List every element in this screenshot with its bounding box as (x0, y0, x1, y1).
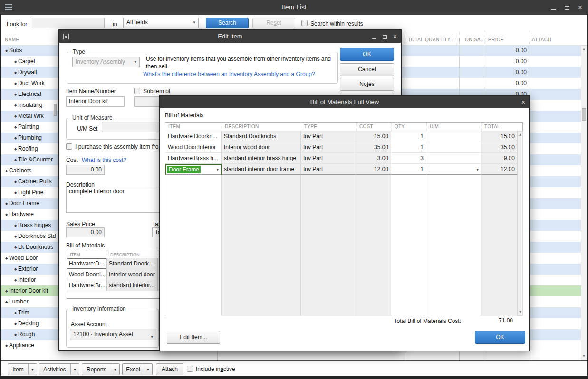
um-set-input[interactable] (102, 122, 167, 132)
sidebar-scrollbar-thumb[interactable] (54, 104, 57, 116)
item-name: Wood Door (9, 255, 38, 261)
list-scrollbar-thumb[interactable] (582, 108, 586, 121)
minimize-icon[interactable] (372, 32, 376, 41)
close-icon[interactable]: × (578, 4, 582, 11)
cost-input[interactable]: 0.00 (66, 165, 105, 175)
type-legend: Type (71, 48, 87, 55)
diamond-icon: ◆ (5, 49, 8, 53)
search-within-results-label: Search within results (310, 20, 363, 27)
item-name: Insulating (18, 102, 42, 108)
diamond-icon: ◆ (14, 267, 17, 271)
bom-cell: 1 (391, 131, 426, 142)
attach-button[interactable]: Attach (156, 363, 183, 375)
scroll-down-icon[interactable]: ▼ (518, 309, 522, 315)
maximize-icon[interactable] (383, 32, 387, 41)
description-textarea[interactable]: complete Interior door (66, 187, 163, 213)
bom-cell: Hardware:Brass h... (165, 153, 222, 164)
diamond-icon: ◆ (5, 202, 8, 206)
column-fill (356, 175, 391, 316)
bom-description-header: DESCRIPTION (222, 123, 301, 131)
mini-bom-cell: Hardware:Br... (67, 280, 107, 291)
scroll-up-icon[interactable]: ▲ (581, 46, 587, 53)
search-button[interactable]: Search (206, 18, 249, 28)
item-menu-button[interactable]: Item ▾ (8, 363, 37, 375)
diamond-icon: ◆ (14, 136, 17, 140)
bom-cell: Inv Part (301, 142, 356, 153)
bom-cell: 1 (391, 164, 426, 175)
notes-button[interactable]: Notes (340, 78, 394, 91)
ok-button[interactable]: OK (475, 331, 525, 344)
cancel-button[interactable]: Cancel (340, 63, 394, 76)
bom-cell: Interior wood door (222, 142, 301, 153)
bom-cell: 3 (391, 153, 426, 164)
excel-menu-button[interactable]: Excel ▾ (122, 363, 153, 375)
scroll-down-icon[interactable]: ▼ (581, 353, 587, 360)
sales-price-input[interactable]: 0.00 (66, 227, 105, 237)
diamond-icon: ◆ (14, 278, 17, 282)
reset-button[interactable]: Reset (252, 18, 295, 28)
diamond-icon: ◆ (14, 147, 17, 151)
item-name: Door Frame (9, 200, 39, 207)
diamond-icon: ◆ (14, 191, 17, 195)
diamond-icon: ◆ (5, 300, 8, 304)
edit-item-button[interactable]: Edit Item... (167, 331, 220, 344)
assembly-group-help-link[interactable]: What's the difference between an Invento… (143, 71, 315, 77)
purchase-assembly-checkbox[interactable] (66, 143, 72, 150)
price-column-header[interactable]: PRICE (488, 37, 504, 42)
diamond-icon: ◆ (14, 322, 17, 326)
in-label: in (113, 21, 117, 28)
window-titlebar: Item List × (0, 0, 588, 15)
scroll-up-icon[interactable]: ▲ (518, 132, 522, 138)
item-name: Trim (18, 309, 29, 316)
on-sales-order-column-header[interactable]: ON SA... (465, 37, 485, 42)
activities-menu-button[interactable]: Activities ▾ (39, 363, 79, 375)
item-name: Roofing (18, 145, 38, 152)
maximize-icon[interactable] (565, 3, 569, 12)
item-name: Interior Door kit (9, 287, 48, 294)
attach-column-header[interactable]: ATTACH (532, 37, 551, 42)
subitem-label: Subitem of (143, 88, 170, 95)
diamond-icon: ◆ (14, 125, 17, 129)
list-scrollbar[interactable]: ▲ ▼ (581, 45, 587, 360)
um-set-label: U/M Set (77, 125, 97, 132)
chevron-down-icon: ▾ (144, 364, 152, 375)
close-icon[interactable]: × (393, 33, 397, 40)
diamond-icon: ◆ (14, 104, 17, 107)
column-separator (405, 33, 405, 44)
search-field-select[interactable]: All fields ▾ (123, 18, 199, 28)
cost-help-link[interactable]: What is this cost? (82, 157, 126, 163)
type-select[interactable]: Inventory Assembly ▾ (72, 57, 140, 67)
diamond-icon: ◆ (14, 114, 17, 118)
search-within-results-checkbox[interactable] (301, 20, 308, 26)
item-name: Exterior (18, 265, 38, 272)
bom-cell: standard interior brass hinge (222, 153, 301, 164)
name-column-header[interactable]: NAME (5, 37, 19, 42)
bom-cell (426, 153, 481, 164)
item-name: Plumbing (18, 134, 42, 141)
bom-cell: 35.00 (481, 142, 518, 153)
bom-item-combo[interactable]: Door Frame▾ (165, 164, 222, 175)
search-input[interactable] (32, 18, 105, 28)
minimize-icon[interactable] (551, 3, 556, 12)
include-inactive-checkbox[interactable] (187, 366, 193, 372)
diamond-icon: ◆ (5, 256, 8, 260)
total-quantity-column-header[interactable]: TOTAL QUANTITY ... (408, 37, 456, 42)
bom-cell: 15.00 (356, 131, 391, 142)
diamond-icon: ◆ (14, 333, 17, 337)
ok-button[interactable]: OK (340, 48, 394, 61)
column-separator (459, 33, 460, 44)
column-fill (301, 175, 356, 316)
bom-um-combo[interactable]: ▾ (426, 164, 481, 175)
asset-account-select[interactable]: 12100 · Inventory Asset ▾ (70, 329, 156, 340)
bom-item-combo-value: Door Frame (167, 166, 201, 173)
item-name-input[interactable]: Interior Door kit (66, 96, 125, 107)
bom-item-header: ITEM (165, 123, 222, 131)
close-icon[interactable]: × (521, 98, 525, 106)
item-name: Rough (18, 331, 35, 338)
edit-item-titlebar: Edit Item × (59, 30, 401, 43)
item-price: 0.00 (516, 80, 527, 86)
bom-scrollbar[interactable]: ▲ ▼ (518, 131, 523, 316)
reports-menu-button[interactable]: Reports ▾ (82, 363, 120, 375)
column-fill (165, 175, 222, 316)
subitem-checkbox[interactable] (134, 88, 140, 94)
